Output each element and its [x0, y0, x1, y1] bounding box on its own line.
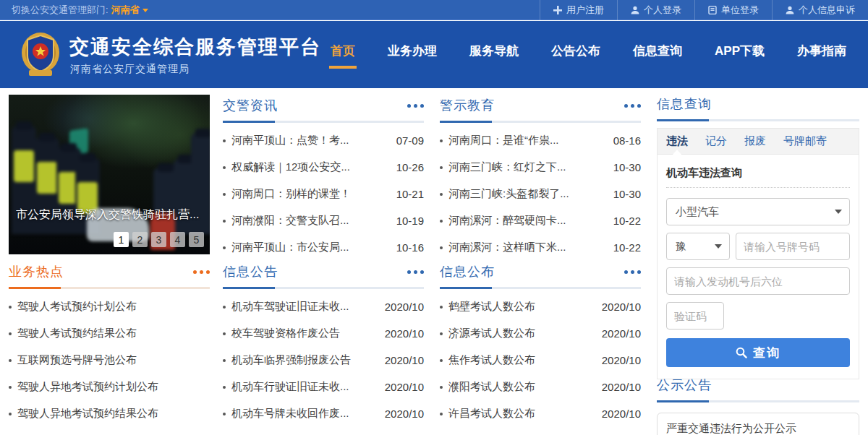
tab-scrappage[interactable]: 报废: [736, 134, 775, 148]
bullet-icon: [9, 386, 12, 389]
nav-handbook[interactable]: 办事指南: [797, 43, 846, 59]
news-title: 河南漯河：醉驾硬闯卡...: [448, 214, 606, 228]
bullet-icon: [440, 166, 443, 169]
news-date: 2020/10: [385, 301, 424, 313]
switch-label: 切换公安交通管理部门:: [12, 4, 109, 17]
news-title: 焦作考试人数公布: [448, 353, 595, 367]
nav-handbook-label: 办事指南: [797, 44, 846, 58]
news-link[interactable]: 河南平顶山：市公安局...10-16: [223, 234, 424, 261]
news-link[interactable]: 河南三门峡:头盔都裂了...10-30: [440, 181, 641, 207]
news-link[interactable]: 河南周口：是谁“作祟...08-16: [440, 127, 641, 154]
news-link[interactable]: 机动车驾驶证旧证未收...2020/10: [223, 293, 424, 320]
news-date: 10-16: [396, 241, 424, 254]
news-title: 驾驶人考试预约计划公布: [17, 300, 210, 314]
news-link[interactable]: 河南周口：别样的课堂！10-21: [223, 181, 424, 207]
region-name: 河南省: [111, 4, 140, 17]
bullet-icon: [223, 332, 226, 335]
plate-prefix-select[interactable]: 豫: [666, 233, 730, 260]
personal-login-link[interactable]: 个人登录: [617, 0, 694, 20]
news-link[interactable]: 鹤壁考试人数公布2020/10: [440, 293, 641, 320]
nav-info-query[interactable]: 信息查询: [633, 43, 682, 59]
vehicle-type-select[interactable]: 小型汽车: [666, 198, 850, 225]
news-title: 河南平顶山：点赞！考...: [231, 134, 389, 147]
chevron-down-icon: [835, 210, 842, 214]
nav-business[interactable]: 业务办理: [388, 43, 437, 59]
query-button[interactable]: 查询: [666, 338, 850, 367]
carousel-page-1[interactable]: 1: [114, 232, 129, 247]
nav-app-download[interactable]: APP下载: [715, 43, 765, 59]
news-link[interactable]: 驾驶人异地考试预约结果公布: [9, 400, 210, 427]
news-link[interactable]: 河南平顶山：点赞！考...07-09: [223, 127, 424, 154]
carousel-page-5[interactable]: 5: [189, 232, 204, 247]
news-date: 08-16: [613, 134, 641, 147]
news-title: 机动车驾驶证旧证未收...: [231, 300, 378, 314]
bullet-icon: [440, 139, 443, 142]
appeal-link[interactable]: 个人信息申诉: [772, 0, 868, 20]
news-link[interactable]: 驾驶人考试预约计划公布: [9, 293, 210, 320]
news-link[interactable]: 校车驾驶资格作废公告2020/10: [223, 320, 424, 347]
news-link[interactable]: 权威解读｜12项公安交...10-26: [223, 154, 424, 181]
news-link[interactable]: 许昌考试人数公布2020/10: [440, 400, 641, 427]
engine-number-input[interactable]: [666, 267, 850, 295]
public-notice-link[interactable]: 严重交通违法行为公开公示: [657, 413, 859, 435]
carousel-page-4[interactable]: 4: [170, 232, 185, 247]
news-link[interactable]: 机动车行驶证旧证未收...2020/10: [223, 374, 424, 400]
news-link[interactable]: 机动车临界强制报废公告2020/10: [223, 347, 424, 374]
news-link[interactable]: 焦作考试人数公布2020/10: [440, 347, 641, 374]
site-header: 交通安全综合服务管理平台 河南省公安厅交通管理局 首页 业务办理 服务导航 公告…: [0, 21, 868, 88]
dotted-divider: [666, 187, 850, 188]
news-title: 机动车行驶证旧证未收...: [231, 380, 378, 394]
news-link[interactable]: 河南三门峡：红灯之下...10-30: [440, 154, 641, 181]
section-title: 信息公告: [223, 263, 278, 280]
tab-points[interactable]: 记分: [697, 134, 736, 148]
department-switcher[interactable]: 切换公安交通管理部门: 河南省: [12, 4, 148, 17]
bullet-icon: [9, 332, 12, 335]
unit-login-link[interactable]: 单位登录: [694, 0, 772, 20]
news-date: 2020/10: [385, 408, 424, 420]
section-rule: [440, 287, 641, 289]
news-date: 10-22: [613, 241, 641, 254]
carousel-page-2[interactable]: 2: [132, 232, 148, 247]
news-title: 河南三门峡:头盔都裂了...: [448, 187, 606, 201]
news-date: 10-21: [396, 188, 424, 200]
more-icon[interactable]: [624, 101, 641, 111]
region-selector[interactable]: 河南省: [111, 4, 148, 17]
bullet-icon: [440, 332, 443, 335]
news-link[interactable]: 济源考试人数公布2020/10: [440, 320, 641, 347]
bullet-icon: [223, 139, 226, 142]
nav-announcements[interactable]: 公告公布: [551, 43, 600, 59]
news-link[interactable]: 河南濮阳：交警支队召...10-19: [223, 207, 424, 234]
captcha-input[interactable]: [666, 302, 724, 330]
news-link[interactable]: 河南漯河：这样哂下米...10-22: [440, 234, 641, 261]
news-date: 10-19: [396, 215, 424, 227]
unit-login-label: 单位登录: [721, 4, 759, 17]
section-warning-education: 警示教育 河南周口：是谁“作祟...08-16 河南三门峡：红灯之下...10-…: [440, 96, 641, 261]
news-link[interactable]: 驾驶人异地考试预约计划公布: [9, 374, 210, 400]
bullet-icon: [440, 306, 443, 309]
news-date: 2020/10: [602, 408, 641, 420]
register-link[interactable]: 用户注册: [540, 0, 617, 20]
plate-number-input[interactable]: [736, 233, 850, 260]
news-title: 河南濮阳：交警支队召...: [231, 214, 389, 228]
nav-info-query-label: 信息查询: [633, 44, 682, 58]
news-link[interactable]: 机动车号牌未收回作废...2020/10: [223, 400, 424, 427]
news-link[interactable]: 驾驶人考试预约结果公布: [9, 320, 210, 347]
tab-violation[interactable]: 违法: [658, 134, 697, 148]
tab-plate-mailing[interactable]: 号牌邮寄: [775, 134, 835, 148]
vehicle-type-value: 小型汽车: [676, 205, 719, 219]
more-icon[interactable]: [407, 101, 424, 111]
news-date: 10-22: [613, 215, 641, 227]
news-link[interactable]: 濮阳考试人数公布2020/10: [440, 374, 641, 400]
more-icon[interactable]: [407, 267, 424, 277]
more-icon[interactable]: [624, 267, 641, 277]
news-link[interactable]: 河南漯河：醉驾硬闯卡...10-22: [440, 207, 641, 234]
more-icon[interactable]: [193, 267, 210, 277]
nav-home[interactable]: 首页: [331, 43, 355, 59]
news-link[interactable]: 互联网预选号牌号池公布: [9, 347, 210, 374]
nav-service-guide[interactable]: 服务导航: [469, 43, 519, 59]
carousel-page-3[interactable]: 3: [151, 232, 166, 247]
top-utility-bar: 切换公安交通管理部门: 河南省 用户注册 个人登录: [0, 0, 868, 20]
news-carousel[interactable]: 市公安局领导深入交警铁骑驻扎营... 1 2 3 4 5: [9, 95, 210, 254]
bullet-icon: [9, 359, 12, 362]
plus-icon: [553, 6, 562, 14]
